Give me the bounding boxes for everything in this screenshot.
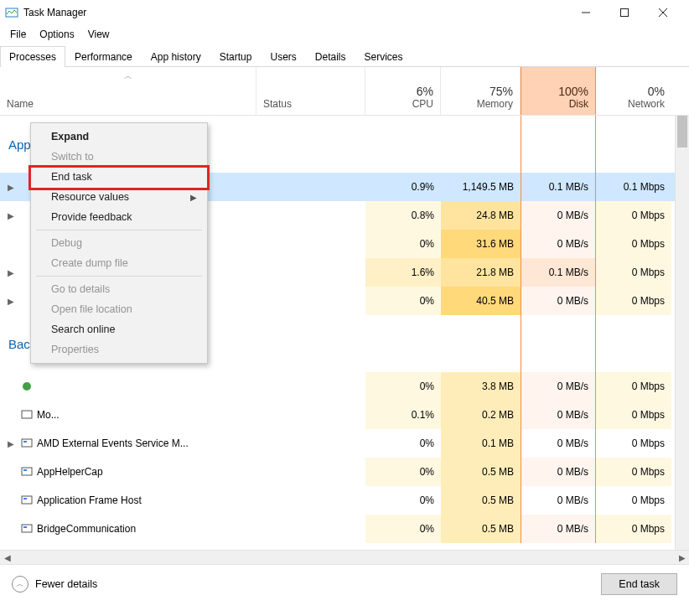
chevron-right-icon[interactable]: ▶ <box>5 439 17 448</box>
chevron-right-icon[interactable]: ▶ <box>5 297 17 306</box>
process-icon <box>20 494 34 507</box>
svg-rect-6 <box>22 411 32 418</box>
svg-rect-7 <box>22 439 32 447</box>
svg-rect-2 <box>621 9 629 17</box>
memory-value: 0.5 MB <box>441 486 521 515</box>
network-value: 0 Mbps <box>596 201 671 230</box>
svg-point-5 <box>23 382 31 391</box>
chevron-right-icon[interactable]: ▶ <box>5 268 17 277</box>
vertical-scrollbar[interactable] <box>675 116 689 550</box>
disk-value: 0.1 MB/s <box>521 173 596 201</box>
close-button[interactable] <box>644 0 682 25</box>
ctx-end-task[interactable]: End task <box>33 167 205 187</box>
process-icon <box>20 437 34 450</box>
ctx-properties: Properties <box>33 339 205 360</box>
table-row[interactable]: 0% 3.8 MB 0 MB/s 0 Mbps <box>0 372 675 401</box>
disk-value: 0 MB/s <box>521 230 596 258</box>
tab-details[interactable]: Details <box>306 46 355 67</box>
network-value: 0 Mbps <box>596 287 671 315</box>
memory-value: 24.8 MB <box>441 201 521 230</box>
table-row[interactable]: AppHelperCap 0% 0.5 MB 0 MB/s 0 Mbps <box>0 458 675 486</box>
memory-value: 1,149.5 MB <box>441 173 521 201</box>
ctx-search-online[interactable]: Search online <box>33 319 205 339</box>
column-disk[interactable]: 100% Disk <box>521 67 596 115</box>
horizontal-scrollbar[interactable]: ◀ ▶ <box>0 550 689 564</box>
app-icon <box>5 6 18 19</box>
fewer-details-button[interactable]: ︿ Fewer details <box>12 576 97 593</box>
ctx-debug: Debug <box>33 233 205 253</box>
disk-value: 0 MB/s <box>521 201 596 230</box>
process-name: AppHelperCap <box>37 466 103 478</box>
cpu-value: 1.6% <box>365 258 441 287</box>
tab-performance[interactable]: Performance <box>65 46 142 67</box>
column-status[interactable]: Status <box>256 67 365 115</box>
tab-processes[interactable]: Processes <box>0 46 65 67</box>
column-cpu[interactable]: 6% CPU <box>365 67 441 115</box>
process-icon <box>20 465 34 479</box>
column-name[interactable]: ︿ Name <box>0 67 256 115</box>
titlebar: Task Manager <box>0 0 689 25</box>
scroll-left-icon[interactable]: ◀ <box>0 551 14 565</box>
ctx-expand[interactable]: Expand <box>33 127 205 147</box>
memory-value: 40.5 MB <box>441 287 521 315</box>
minimize-button[interactable] <box>567 0 605 25</box>
network-value: 0 Mbps <box>596 230 671 258</box>
scroll-right-icon[interactable]: ▶ <box>675 551 689 565</box>
table-row[interactable]: BridgeCommunication 0% 0.5 MB 0 MB/s 0 M… <box>0 515 675 543</box>
menubar: File Options View <box>0 25 689 44</box>
end-task-button[interactable]: End task <box>601 573 677 595</box>
network-value: 0 Mbps <box>596 515 671 543</box>
chevron-up-circle-icon: ︿ <box>12 576 28 593</box>
disk-value: 0 MB/s <box>521 515 596 543</box>
ctx-create-dump: Create dump file <box>33 253 205 273</box>
tab-startup[interactable]: Startup <box>210 46 262 67</box>
window-title: Task Manager <box>23 7 86 18</box>
network-value: 0 Mbps <box>596 486 671 515</box>
cpu-value: 0% <box>365 429 441 458</box>
disk-value: 0 MB/s <box>521 429 596 458</box>
network-value: 0.1 Mbps <box>596 173 671 201</box>
process-icon <box>20 380 34 393</box>
maximize-button[interactable] <box>605 0 644 25</box>
menu-options[interactable]: Options <box>33 26 80 43</box>
tab-services[interactable]: Services <box>355 46 412 67</box>
ctx-go-details: Go to details <box>33 279 205 299</box>
memory-value: 3.8 MB <box>441 372 521 401</box>
column-memory[interactable]: 75% Memory <box>441 67 521 115</box>
network-value: 0 Mbps <box>596 429 671 458</box>
memory-value: 0.1 MB <box>441 429 521 458</box>
svg-rect-10 <box>23 469 27 471</box>
cpu-value: 0.1% <box>365 401 441 429</box>
disk-value: 0 MB/s <box>521 372 596 401</box>
menu-separator <box>36 230 202 230</box>
cpu-value: 0% <box>365 486 441 515</box>
disk-value: 0 MB/s <box>521 458 596 486</box>
tab-app-history[interactable]: App history <box>142 46 210 67</box>
svg-rect-9 <box>22 468 32 475</box>
chevron-right-icon[interactable]: ▶ <box>5 183 17 192</box>
column-network[interactable]: 0% Network <box>596 67 671 115</box>
menu-separator <box>36 276 202 277</box>
cpu-value: 0.8% <box>365 201 441 230</box>
memory-value: 0.2 MB <box>441 401 521 429</box>
menu-view[interactable]: View <box>81 26 117 43</box>
ctx-provide-feedback[interactable]: Provide feedback <box>33 207 205 227</box>
tab-users[interactable]: Users <box>261 46 305 67</box>
context-menu: Expand Switch to End task Resource value… <box>30 122 208 364</box>
chevron-right-icon[interactable]: ▶ <box>5 211 17 220</box>
table-row[interactable]: ▶ AMD External Events Service M... 0% 0.… <box>0 429 675 458</box>
process-name: AMD External Events Service M... <box>37 437 189 449</box>
table-row[interactable]: Application Frame Host 0% 0.5 MB 0 MB/s … <box>0 486 675 515</box>
process-icon <box>20 522 34 536</box>
table-row[interactable]: Mo... 0.1% 0.2 MB 0 MB/s 0 Mbps <box>0 401 675 429</box>
svg-rect-12 <box>23 498 27 500</box>
process-name: BridgeCommunication <box>37 523 136 535</box>
ctx-resource-values[interactable]: Resource values ▶ <box>33 187 205 207</box>
cpu-value: 0% <box>365 287 441 315</box>
network-value: 0 Mbps <box>596 401 671 429</box>
menu-file[interactable]: File <box>3 26 33 43</box>
cpu-value: 0.9% <box>365 173 441 201</box>
disk-value: 0 MB/s <box>521 287 596 315</box>
svg-rect-14 <box>23 526 27 528</box>
svg-rect-11 <box>22 496 32 504</box>
